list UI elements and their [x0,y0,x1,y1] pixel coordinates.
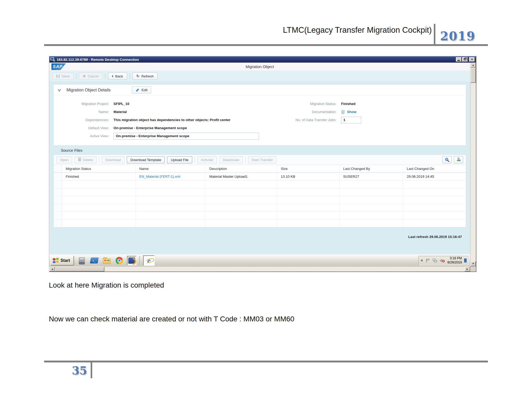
back-icon: ‹ [112,74,114,78]
caption-migration-completed: Look at here Migration is completed [49,281,164,289]
windows-logo-icon [53,258,59,263]
save-icon [56,75,60,78]
toolbar-separator [245,157,246,163]
cell-file-name-link[interactable]: EN_Material (FERT-1).xml [136,173,206,180]
scroll-down-button[interactable]: ▼ [470,261,476,266]
app-content: ∨ Migration Object Details Edit Migratio… [49,81,470,254]
minimize-button[interactable] [456,57,462,62]
window-title: 183.82.112.39:6789 - Remote Desktop Conn… [57,58,456,62]
download-template-button[interactable]: Download Template [127,156,165,163]
tray-indicator-icon[interactable] [464,258,467,262]
pencil-icon [136,88,139,92]
toolbar-separator [105,73,105,79]
field-label: Name: [54,110,109,114]
open-button[interactable]: Open [56,156,72,163]
vertical-scrollbar[interactable]: ▲ ▼ [470,63,476,266]
taskbar-item-server-manager[interactable] [77,256,87,265]
caption-check-material: Now we can check material are created or… [49,315,294,323]
network-icon[interactable] [433,258,437,263]
documentation-show-link[interactable]: Show [347,110,356,114]
save-button[interactable]: Save [52,72,74,80]
search-button[interactable] [442,156,452,163]
details-section-title: Migration Object Details [66,88,111,92]
cancel-icon: ✕ [83,74,86,78]
back-button[interactable]: ‹ Back [108,72,127,80]
taskbar-item-sap-logon[interactable] [127,256,136,265]
taskbar-divider [139,256,140,265]
empty-table-row [54,181,466,188]
windows-taskbar: Start ›_ e « 3:16 PM 6/29/2019 [49,254,470,266]
active-view-input[interactable] [114,133,259,140]
tray-date-label: 6/29/2019 [447,261,462,264]
empty-table-row [54,188,466,196]
name-value: Material [114,110,127,114]
migration-status-value: Finished [341,102,356,106]
taskbar-item-chrome[interactable] [115,256,124,265]
source-files-table: Migration Status Name Description Size L… [54,165,466,228]
chrome-icon [116,257,123,264]
start-transfer-button[interactable]: Start Transfer [248,156,277,163]
column-header[interactable]: Description [206,165,277,172]
cell-size: 13.10 KB [277,173,340,180]
column-header[interactable]: Size [277,165,340,172]
notification-flag-icon[interactable] [425,258,430,263]
column-header[interactable]: Migration Status [62,165,136,172]
close-icon: × [471,58,473,61]
doc-header-year: 2019 [440,29,475,43]
select-column-header [54,165,62,172]
field-label: Dependencies: [54,118,109,122]
field-label: Migration Status: [274,102,336,106]
sap-logon-icon [128,257,135,264]
delete-button[interactable]: Delete [75,156,97,163]
page-title: Migration Object [49,64,470,69]
doc-footer-rule [44,361,488,362]
doc-footer-divider [91,361,92,378]
refresh-button[interactable]: ↻ Refresh [132,72,158,80]
row-selector[interactable] [54,173,62,180]
taskbar-item-internet-explorer[interactable]: e [143,255,155,266]
column-header[interactable]: Name [136,165,206,172]
column-header[interactable]: Last Changed On [403,165,466,172]
horizontal-scroll-thumb[interactable] [55,267,104,271]
start-button[interactable]: Start [50,256,74,266]
scrollbar-corner [470,267,476,271]
activate-button[interactable]: Activate [197,156,217,163]
scroll-left-button[interactable]: ◄ [49,267,55,271]
dependencies-value: This migration object has dependencies t… [114,118,230,122]
collapse-chevron-icon[interactable]: ∨ [57,88,61,92]
upload-file-button[interactable]: Upload File [167,156,192,163]
source-files-section-title: Source Files [49,145,470,155]
table-row[interactable]: Finished EN_Material (FERT-1).xml Materi… [54,173,466,181]
last-refresh-status: Last refresh 29.06.2019 15:16:47 [49,228,470,239]
scroll-right-button[interactable]: ► [464,267,470,271]
internet-explorer-icon: e [147,257,150,264]
column-header[interactable]: Last Changed By [340,165,403,172]
tray-clock[interactable]: 3:16 PM 6/29/2019 [447,256,462,264]
toolbar-separator [130,73,130,79]
refresh-icon: ↻ [136,74,140,78]
volume-muted-icon[interactable] [440,258,445,263]
field-label: Migration Project: [54,102,109,106]
empty-table-row [54,196,466,204]
edit-button[interactable]: Edit [132,87,151,94]
restore-button[interactable] [462,57,468,62]
powershell-icon: ›_ [90,257,99,263]
cancel-button[interactable]: ✕ Cancel [79,72,103,80]
download-button[interactable]: Download [102,156,124,163]
window-titlebar[interactable]: 183.82.112.39:6789 - Remote Desktop Conn… [49,56,476,63]
close-button[interactable]: × [469,57,475,62]
deactivate-button[interactable]: Deactivate [219,156,243,163]
taskbar-item-file-explorer[interactable] [102,256,111,265]
cell-last-changed-on: 29.06.2019 14:45 [403,173,466,180]
empty-table-row [54,212,466,220]
taskbar-item-powershell[interactable]: ›_ [90,256,99,265]
field-label: Active View: [54,134,109,138]
horizontal-scrollbar[interactable]: ◄ ► [49,266,476,271]
tray-time-label: 3:16 PM [450,256,462,260]
scroll-up-button[interactable]: ▲ [470,63,476,68]
user-settings-button[interactable] [454,156,463,163]
tray-collapse-icon[interactable]: « [420,259,424,261]
vertical-scroll-thumb[interactable] [470,68,476,83]
cell-last-changed-by: SUSER27 [340,173,403,180]
data-transfer-jobs-input[interactable] [341,117,361,123]
